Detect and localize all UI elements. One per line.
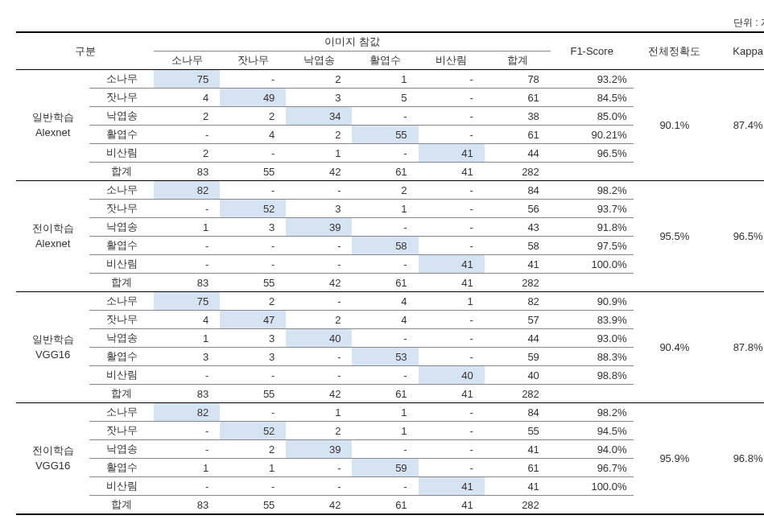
cell: 61 [352, 163, 418, 181]
cell: - [419, 403, 485, 422]
group-label: 전이학습Alexnet [16, 181, 89, 292]
cell: 41 [419, 144, 485, 163]
cell: 75 [154, 70, 220, 89]
cell: - [419, 218, 485, 237]
row-label: 비산림 [89, 255, 154, 274]
acc-cell: 90.1% [634, 70, 717, 181]
header-kappa: Kappa [716, 32, 764, 70]
cell: - [419, 459, 485, 477]
header-acc: 전체정확도 [634, 32, 717, 70]
row-label: 활엽수 [89, 348, 154, 366]
cell: 2 [286, 422, 352, 440]
cell: 2 [220, 107, 286, 126]
unit-label: 단위 : 개수 [16, 16, 764, 30]
cell: 39 [286, 218, 352, 237]
f1-cell: 98.2% [551, 181, 634, 200]
cell: - [154, 366, 220, 385]
cell: 55 [485, 422, 551, 440]
row-label: 잣나무 [89, 200, 154, 218]
f1-cell: 91.8% [551, 218, 634, 237]
cell: 78 [485, 70, 551, 89]
row-label: 활엽수 [89, 126, 154, 144]
cell: 1 [419, 292, 485, 311]
header-f1: F1-Score [551, 32, 634, 70]
cell: 282 [485, 496, 551, 515]
cell: 47 [220, 311, 286, 329]
col-header: 비산림 [419, 52, 485, 70]
cell: 3 [154, 348, 220, 366]
cell: 282 [485, 385, 551, 403]
cell: 4 [154, 89, 220, 107]
cell: 4 [154, 311, 220, 329]
cell: 61 [485, 126, 551, 144]
cell: - [419, 107, 485, 126]
cell: 4 [352, 292, 418, 311]
cell: 42 [286, 496, 352, 515]
cell: 55 [220, 385, 286, 403]
cell: - [286, 348, 352, 366]
cell: 4 [220, 126, 286, 144]
cell: - [286, 181, 352, 200]
cell: 41 [419, 163, 485, 181]
cell: 34 [286, 107, 352, 126]
cell: 58 [352, 237, 418, 255]
cell: 1 [352, 403, 418, 422]
cell: - [419, 181, 485, 200]
f1-cell: 98.8% [551, 366, 634, 385]
row-label: 합계 [89, 274, 154, 292]
f1-cell: 84.5% [551, 89, 634, 107]
cell: 44 [485, 144, 551, 163]
cell: - [352, 255, 418, 274]
f1-cell: 97.5% [551, 237, 634, 255]
cell: - [154, 477, 220, 496]
confusion-matrix-table: 구분 이미지 참값 F1-Score 전체정확도 Kappa 소나무 잣나무 낙… [16, 31, 764, 515]
cell: - [286, 366, 352, 385]
cell: - [154, 126, 220, 144]
cell: 1 [154, 218, 220, 237]
kappa-cell: 96.8% [716, 403, 764, 515]
row-label: 합계 [89, 496, 154, 515]
cell: - [419, 126, 485, 144]
cell: 44 [485, 329, 551, 348]
cell: - [352, 440, 418, 459]
cell: 52 [220, 200, 286, 218]
cell: 42 [286, 163, 352, 181]
cell: 55 [220, 274, 286, 292]
cell: 2 [220, 292, 286, 311]
cell: 75 [154, 292, 220, 311]
cell: 84 [485, 403, 551, 422]
cell: 1 [286, 403, 352, 422]
cell: 40 [485, 366, 551, 385]
f1-cell: 100.0% [551, 477, 634, 496]
cell: 49 [220, 89, 286, 107]
cell: - [154, 237, 220, 255]
header-gubun: 구분 [16, 32, 154, 70]
cell: - [419, 348, 485, 366]
cell: 38 [485, 107, 551, 126]
cell: 1 [352, 70, 418, 89]
row-label: 비산림 [89, 366, 154, 385]
cell: 40 [419, 366, 485, 385]
cell: 2 [220, 440, 286, 459]
cell: 61 [352, 274, 418, 292]
f1-cell: 96.7% [551, 459, 634, 477]
cell: - [154, 422, 220, 440]
row-label: 활엽수 [89, 237, 154, 255]
cell: 83 [154, 496, 220, 515]
cell: 83 [154, 385, 220, 403]
cell: 41 [485, 255, 551, 274]
cell: 55 [352, 126, 418, 144]
row-label: 잣나무 [89, 89, 154, 107]
cell: - [286, 459, 352, 477]
cell: 41 [419, 385, 485, 403]
f1-cell [551, 163, 634, 181]
row-label: 합계 [89, 163, 154, 181]
f1-cell: 93.2% [551, 70, 634, 89]
f1-cell: 83.9% [551, 311, 634, 329]
f1-cell [551, 385, 634, 403]
cell: 59 [485, 348, 551, 366]
cell: 83 [154, 163, 220, 181]
cell: 55 [220, 163, 286, 181]
cell: - [220, 255, 286, 274]
cell: 82 [485, 292, 551, 311]
